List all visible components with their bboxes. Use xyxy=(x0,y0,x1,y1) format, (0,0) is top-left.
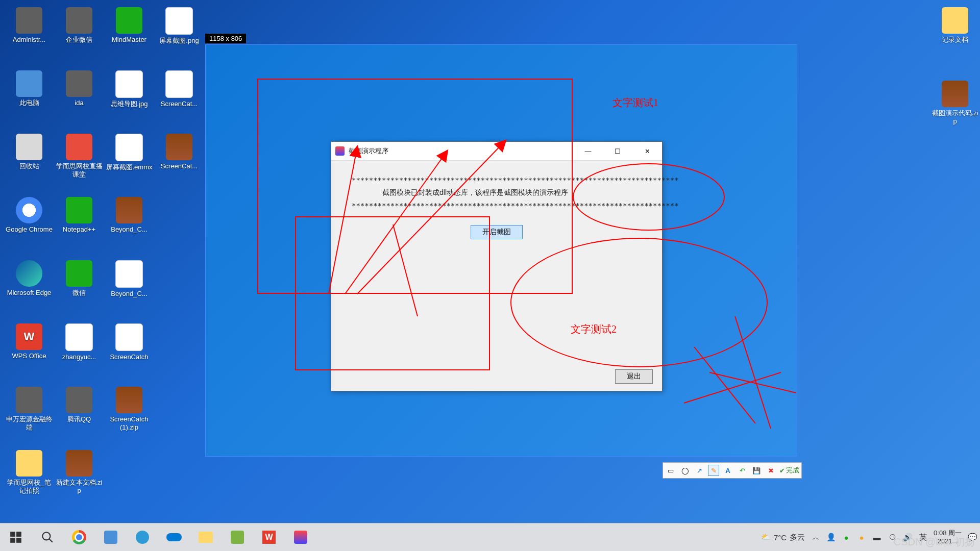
icon-glyph xyxy=(66,260,92,287)
maximize-button[interactable]: ☐ xyxy=(603,142,632,160)
icon-label: 申万宏源金融终端 xyxy=(5,415,53,431)
icon-glyph xyxy=(66,134,92,160)
icon-glyph xyxy=(16,134,42,160)
icon-label: WPS Office xyxy=(5,352,53,360)
tool-rectangle[interactable]: ▭ xyxy=(665,465,676,476)
minimize-button[interactable]: — xyxy=(573,142,603,160)
icon-glyph xyxy=(942,7,968,34)
icon-label: Google Chrome xyxy=(5,226,53,234)
desktop-icon[interactable]: zhangyuc... xyxy=(55,323,103,361)
tool-pen[interactable]: ✎ xyxy=(708,465,719,476)
icon-glyph xyxy=(66,70,92,97)
tray-battery-icon[interactable]: ▬ xyxy=(872,533,881,542)
weather-text: 多云 xyxy=(790,533,805,542)
icon-glyph xyxy=(16,7,42,34)
icon-glyph xyxy=(66,197,92,223)
tool-cancel[interactable]: ✖ xyxy=(765,465,776,476)
icon-glyph xyxy=(16,387,42,413)
desktop-icon[interactable]: 此电脑 xyxy=(5,70,53,107)
icon-glyph xyxy=(165,7,193,35)
dialog-description: 截图模块已封装成dll动态库，该程序是截图模块的演示程序 xyxy=(382,188,642,197)
icon-glyph xyxy=(115,134,143,161)
desktop-icon[interactable]: 新建文本文档.zip xyxy=(55,450,103,494)
icon-label: 思维导图.jpg xyxy=(105,100,153,108)
icon-glyph xyxy=(65,323,93,351)
icon-glyph xyxy=(66,387,92,413)
weather-icon: ⛅ xyxy=(761,533,771,542)
icon-label: Administr... xyxy=(5,36,53,44)
taskbar-app-3[interactable] xyxy=(158,523,190,551)
desktop-icon[interactable]: 屏幕截图.emmx xyxy=(105,134,153,171)
icon-label: zhangyuc... xyxy=(55,353,103,361)
desktop-icon[interactable]: 微信 xyxy=(55,260,103,297)
tool-text[interactable]: A xyxy=(722,465,733,476)
icon-label: 屏幕截图.png xyxy=(155,37,203,45)
selection-size-label: 1158 x 806 xyxy=(205,34,246,43)
annotation-text-2: 文字测试2 xyxy=(571,322,617,336)
exit-button[interactable]: 退出 xyxy=(615,369,653,384)
desktop-icon[interactable]: 截图演示代码.zip xyxy=(931,81,979,125)
desktop-icon[interactable]: ScreenCat... xyxy=(155,134,203,170)
desktop-icon[interactable]: 思维导图.jpg xyxy=(105,70,153,108)
start-button[interactable] xyxy=(0,523,32,551)
desktop-icon[interactable]: ScreenCatch(1).zip xyxy=(105,387,153,431)
tray-chevron-up-icon[interactable]: ︿ xyxy=(811,533,820,542)
desktop-icon[interactable]: 申万宏源金融终端 xyxy=(5,387,53,431)
app-icon xyxy=(335,146,345,156)
svg-line-9 xyxy=(49,539,53,542)
icon-label: 学而思网校_笔记拍照 xyxy=(5,479,53,494)
tray-app-icon-2[interactable]: ● xyxy=(842,533,851,542)
desktop-icon[interactable]: MindMaster xyxy=(105,7,153,44)
desktop-icon[interactable]: 屏幕截图.png xyxy=(155,7,203,45)
desktop-icon[interactable]: 企业微信 xyxy=(55,7,103,44)
desktop-icon[interactable]: ScreenCatch xyxy=(105,323,153,361)
desktop-icon[interactable]: Beyond_C... xyxy=(105,260,153,298)
taskbar-app-2[interactable] xyxy=(127,523,158,551)
desktop-icon[interactable]: 回收站 xyxy=(5,134,53,170)
close-button[interactable]: ✕ xyxy=(632,142,662,160)
taskbar-app-1[interactable] xyxy=(95,523,127,551)
desktop-icon[interactable]: Google Chrome xyxy=(5,197,53,234)
icon-label: ScreenCatch(1).zip xyxy=(105,415,153,431)
icon-label: 回收站 xyxy=(5,162,53,170)
tool-save[interactable]: 💾 xyxy=(751,465,762,476)
desktop-icon[interactable]: 记录文档 xyxy=(931,7,979,44)
desktop-icon[interactable]: ida xyxy=(55,70,103,107)
desktop-icon[interactable]: 腾讯QQ xyxy=(55,387,103,423)
icon-label: Notepad++ xyxy=(55,226,103,234)
desktop-icon[interactable]: Administr... xyxy=(5,7,53,44)
desktop-icon[interactable]: Microsoft Edge xyxy=(5,260,53,297)
tool-undo[interactable]: ↶ xyxy=(737,465,748,476)
taskbar: W ⛅ 7°C 多云 ︿ 👤 ● ● ▬ ⚆ 🔊 英 0:08 周一 2021.… xyxy=(0,523,980,551)
taskbar-explorer[interactable] xyxy=(190,523,222,551)
icon-glyph xyxy=(942,81,968,107)
icon-label: 屏幕截图.emmx xyxy=(105,163,153,171)
demo-dialog: 截图演示程序 — ☐ ✕ ***************************… xyxy=(331,141,663,391)
weather-temp: 7°C xyxy=(774,533,787,542)
tray-app-icon-3[interactable]: ● xyxy=(857,533,866,542)
icon-label: 学而思网校直播课堂 xyxy=(55,162,103,178)
desktop-icon[interactable]: 学而思网校直播课堂 xyxy=(55,134,103,178)
tool-arrow[interactable]: ↗ xyxy=(694,465,705,476)
taskbar-chrome[interactable] xyxy=(63,523,95,551)
taskbar-demo-app[interactable] xyxy=(285,523,316,551)
search-button[interactable] xyxy=(32,523,63,551)
desktop-icon[interactable]: 学而思网校_笔记拍照 xyxy=(5,450,53,494)
icon-label: ScreenCat... xyxy=(155,162,203,170)
tool-ellipse[interactable]: ◯ xyxy=(679,465,691,476)
desktop-icon[interactable]: WWPS Office xyxy=(5,323,53,360)
tray-app-icon-1[interactable]: 👤 xyxy=(826,533,836,542)
dialog-titlebar[interactable]: 截图演示程序 — ☐ ✕ xyxy=(331,142,662,161)
taskbar-app-4[interactable] xyxy=(222,523,253,551)
desktop-icon[interactable]: Beyond_C... xyxy=(105,197,153,234)
icon-glyph xyxy=(116,387,142,413)
start-capture-button[interactable]: 开启截图 xyxy=(471,225,523,239)
desktop-icon[interactable]: ScreenCat... xyxy=(155,70,203,108)
icon-glyph xyxy=(165,70,193,98)
taskbar-wps[interactable]: W xyxy=(253,523,285,551)
icon-glyph xyxy=(116,197,142,223)
tool-done[interactable]: ✔完成 xyxy=(779,466,799,475)
weather-widget[interactable]: ⛅ 7°C 多云 xyxy=(761,533,805,542)
desktop-icon[interactable]: Notepad++ xyxy=(55,197,103,234)
icon-label: Beyond_C... xyxy=(105,290,153,298)
